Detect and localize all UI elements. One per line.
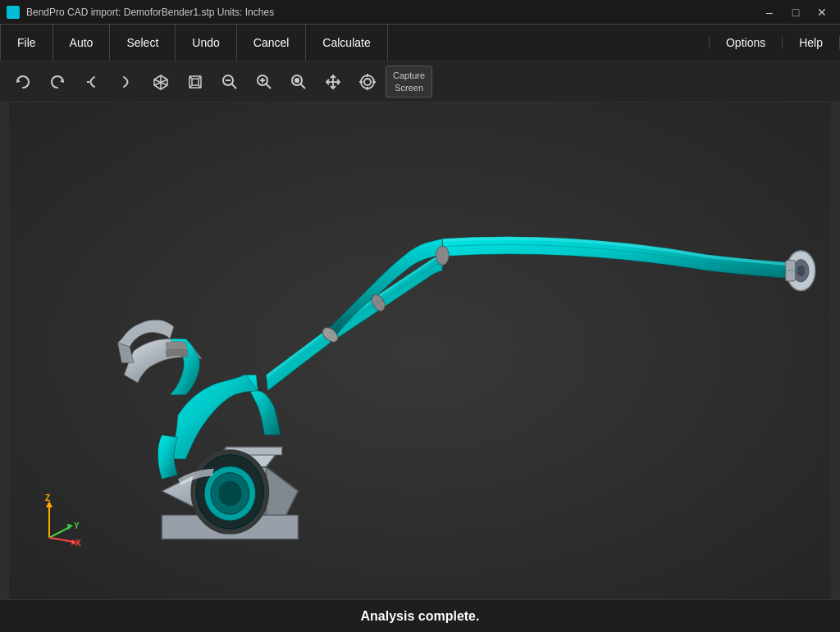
menu-cancel[interactable]: Cancel xyxy=(237,25,307,61)
pan-right-button[interactable] xyxy=(110,66,143,98)
menu-calculate[interactable]: Calculate xyxy=(306,25,387,61)
target-button[interactable] xyxy=(351,66,384,98)
menu-bar: File Auto Select Undo Cancel Calculate O… xyxy=(0,25,840,61)
window-controls: – □ ✕ xyxy=(758,4,833,20)
title-bar: BendPro CAD import: DemoforBender1.stp U… xyxy=(0,0,840,25)
svg-point-29 xyxy=(436,246,450,265)
maximize-button[interactable]: □ xyxy=(784,4,807,20)
y-axis-label: Y xyxy=(74,521,80,530)
svg-rect-5 xyxy=(192,79,199,85)
svg-line-11 xyxy=(232,84,237,89)
menu-file[interactable]: File xyxy=(0,25,53,61)
svg-line-18 xyxy=(301,84,306,89)
menu-right: Options Help xyxy=(709,36,840,49)
rotate-ccw-button[interactable] xyxy=(7,66,39,98)
zoom-out-button[interactable] xyxy=(213,66,246,98)
menu-undo[interactable]: Undo xyxy=(176,25,236,61)
svg-marker-49 xyxy=(67,524,73,530)
view-iso-button[interactable] xyxy=(144,66,177,98)
scene-svg xyxy=(0,102,840,599)
capture-screen-button[interactable]: Capture Screen xyxy=(386,66,432,98)
menu-select[interactable]: Select xyxy=(110,25,176,61)
zoom-fit-button[interactable] xyxy=(282,66,315,98)
x-axis-label: X xyxy=(75,539,81,548)
app-icon xyxy=(7,6,20,19)
pan-left-button[interactable] xyxy=(75,66,108,98)
svg-line-48 xyxy=(49,527,70,538)
svg-line-50 xyxy=(49,538,74,542)
menu-options[interactable]: Options xyxy=(709,36,783,49)
menu-auto[interactable]: Auto xyxy=(53,25,111,61)
svg-point-22 xyxy=(361,75,374,89)
svg-line-14 xyxy=(267,84,272,89)
z-axis-label: Z xyxy=(45,493,50,502)
svg-point-19 xyxy=(295,79,299,82)
title-text: BendPro CAD import: DemoforBender1.stp U… xyxy=(26,7,274,18)
svg-point-41 xyxy=(219,481,241,505)
view-box-button[interactable] xyxy=(179,66,212,98)
svg-point-23 xyxy=(364,79,371,85)
status-text: Analysis complete. xyxy=(361,609,480,624)
menu-help[interactable]: Help xyxy=(783,36,840,49)
svg-rect-28 xyxy=(10,102,831,599)
status-bar: Analysis complete. xyxy=(0,599,840,632)
rotate-cw-button[interactable] xyxy=(41,66,74,98)
pan-button[interactable] xyxy=(317,66,349,98)
viewport[interactable]: Z Y X xyxy=(0,102,840,599)
minimize-button[interactable]: – xyxy=(758,4,781,20)
axis-indicator: Z Y X xyxy=(25,493,82,550)
zoom-in-button[interactable] xyxy=(248,66,281,98)
title-bar-left: BendPro CAD import: DemoforBender1.stp U… xyxy=(7,6,274,19)
close-button[interactable]: ✕ xyxy=(810,4,833,20)
toolbar: Capture Screen xyxy=(0,61,840,102)
